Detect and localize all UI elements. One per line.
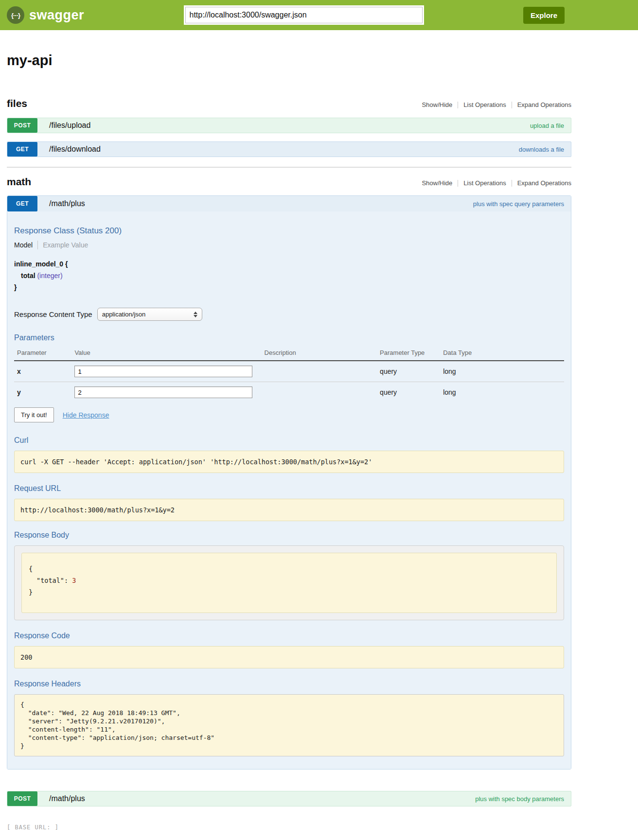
- operation-detail-panel: Response Class (Status 200) Model Exampl…: [7, 211, 571, 769]
- resource-header-math: math Show/Hide List Operations Expand Op…: [7, 176, 571, 188]
- endpoint-summary[interactable]: downloads a file: [519, 146, 564, 153]
- json-open-brace: {: [29, 563, 549, 575]
- explore-button[interactable]: Explore: [523, 7, 565, 24]
- endpoint-row-post-math-plus[interactable]: POST /math/plus plus with spec body para…: [7, 791, 571, 806]
- json-value: 3: [72, 577, 76, 584]
- col-value: Value: [74, 345, 264, 361]
- page-title: my-api: [7, 52, 571, 69]
- resource-title-files[interactable]: files: [7, 98, 27, 109]
- hide-response-link[interactable]: Hide Response: [63, 411, 109, 419]
- json-total-line: "total": 3: [29, 575, 549, 586]
- response-body-heading: Response Body: [14, 531, 564, 540]
- json-key: "total":: [36, 577, 72, 584]
- response-body-container: {"total": 3}: [14, 545, 564, 620]
- endpoint-path[interactable]: /files/download: [49, 145, 101, 154]
- resource-controls-files: Show/Hide List Operations Expand Operati…: [422, 101, 571, 108]
- link-separator: [512, 102, 512, 108]
- parameter-x-input[interactable]: [74, 366, 252, 377]
- model-property-type: (integer): [37, 272, 62, 280]
- response-body-json: {"total": 3}: [21, 553, 557, 613]
- col-data-type: Data Type: [443, 345, 564, 361]
- expand-operations-link[interactable]: Expand Operations: [517, 179, 571, 187]
- endpoint-path[interactable]: /math/plus: [49, 794, 85, 803]
- endpoint-path[interactable]: /math/plus: [49, 199, 85, 208]
- resource-header-files: files Show/Hide List Operations Expand O…: [7, 98, 571, 109]
- swagger-logo[interactable]: {···} swagger: [7, 6, 84, 24]
- response-content-type-row: Response Content Type application/json: [14, 308, 564, 321]
- list-operations-link[interactable]: List Operations: [463, 101, 506, 108]
- endpoint-row-get-math-plus[interactable]: GET /math/plus plus with spec query para…: [7, 196, 571, 211]
- curl-command: curl -X GET --header 'Accept: applicatio…: [14, 451, 564, 473]
- response-class-heading: Response Class (Status 200): [14, 226, 564, 236]
- base-url-footer: [ BASE URL: ]: [7, 824, 571, 831]
- model-tabs: Model Example Value: [14, 241, 564, 249]
- col-parameter-type: Parameter Type: [380, 345, 443, 361]
- model-property: total (integer): [14, 270, 564, 281]
- resource-section-math: math Show/Hide List Operations Expand Op…: [7, 176, 571, 806]
- parameter-row-x: x query long: [14, 361, 564, 382]
- tab-model[interactable]: Model: [14, 241, 33, 249]
- response-headers-heading: Response Headers: [14, 680, 564, 688]
- show-hide-link[interactable]: Show/Hide: [422, 179, 452, 187]
- model-declaration: inline_model_0 {: [14, 258, 564, 270]
- endpoint-row-post-files-upload[interactable]: POST /files/upload upload a file: [7, 118, 571, 133]
- swagger-braces-icon: {···}: [7, 6, 24, 24]
- link-separator: [458, 180, 458, 187]
- model-property-name: total: [21, 272, 35, 280]
- parameter-type: query: [380, 361, 443, 382]
- resource-section-files: files Show/Hide List Operations Expand O…: [7, 98, 571, 157]
- resource-controls-math: Show/Hide List Operations Expand Operati…: [422, 179, 571, 187]
- response-headers-json: { "date": "Wed, 22 Aug 2018 18:49:13 GMT…: [14, 694, 564, 756]
- request-url-heading: Request URL: [14, 484, 564, 493]
- parameters-table: Parameter Value Description Parameter Ty…: [14, 345, 564, 402]
- response-code-value: 200: [14, 646, 564, 668]
- request-url-value: http://localhost:3000/math/plus?x=1&y=2: [14, 499, 564, 521]
- tab-separator: [37, 241, 38, 249]
- curl-heading: Curl: [14, 436, 564, 445]
- resource-divider: [7, 167, 571, 168]
- response-code-heading: Response Code: [14, 631, 564, 640]
- brand-title: swagger: [29, 8, 84, 23]
- parameters-heading: Parameters: [14, 333, 564, 342]
- method-badge-get: GET: [7, 196, 37, 211]
- try-it-out-button[interactable]: Try it out!: [14, 407, 54, 422]
- method-badge-get: GET: [7, 142, 37, 157]
- parameter-row-y: y query long: [14, 382, 564, 403]
- method-badge-post: POST: [7, 118, 37, 133]
- json-close-brace: }: [29, 586, 549, 598]
- parameter-description: [265, 382, 380, 403]
- api-url-input[interactable]: [185, 7, 423, 23]
- parameter-data-type: long: [443, 382, 564, 403]
- endpoint-summary[interactable]: plus with spec query parameters: [473, 200, 564, 208]
- parameters-header-row: Parameter Value Description Parameter Ty…: [14, 345, 564, 361]
- list-operations-link[interactable]: List Operations: [463, 179, 506, 187]
- select-arrows-icon: [194, 312, 197, 317]
- endpoint-path[interactable]: /files/upload: [49, 121, 90, 130]
- parameter-description: [265, 361, 380, 382]
- tab-example-value[interactable]: Example Value: [43, 241, 88, 249]
- model-close-brace: }: [14, 281, 564, 293]
- endpoint-row-get-files-download[interactable]: GET /files/download downloads a file: [7, 141, 571, 157]
- resource-title-math[interactable]: math: [7, 176, 31, 188]
- model-signature: inline_model_0 { total (integer) }: [14, 258, 564, 293]
- method-badge-post: POST: [7, 791, 37, 806]
- response-content-type-label: Response Content Type: [14, 310, 92, 318]
- link-separator: [458, 102, 458, 108]
- col-parameter: Parameter: [14, 345, 74, 361]
- parameter-y-input[interactable]: [74, 386, 252, 398]
- col-description: Description: [265, 345, 380, 361]
- endpoint-summary[interactable]: upload a file: [530, 122, 564, 129]
- try-it-out-row: Try it out! Hide Response: [14, 407, 564, 422]
- show-hide-link[interactable]: Show/Hide: [422, 101, 452, 108]
- response-content-type-value: application/json: [102, 311, 146, 318]
- main-content: my-api files Show/Hide List Operations E…: [7, 52, 571, 831]
- top-bar: {···} swagger Explore: [0, 0, 638, 30]
- response-content-type-select[interactable]: application/json: [97, 308, 202, 321]
- parameter-name: x: [14, 361, 74, 382]
- endpoint-summary[interactable]: plus with spec body parameters: [475, 795, 564, 803]
- parameter-type: query: [380, 382, 443, 403]
- parameter-data-type: long: [443, 361, 564, 382]
- link-separator: [512, 180, 512, 187]
- parameter-name: y: [14, 382, 74, 403]
- expand-operations-link[interactable]: Expand Operations: [517, 101, 571, 108]
